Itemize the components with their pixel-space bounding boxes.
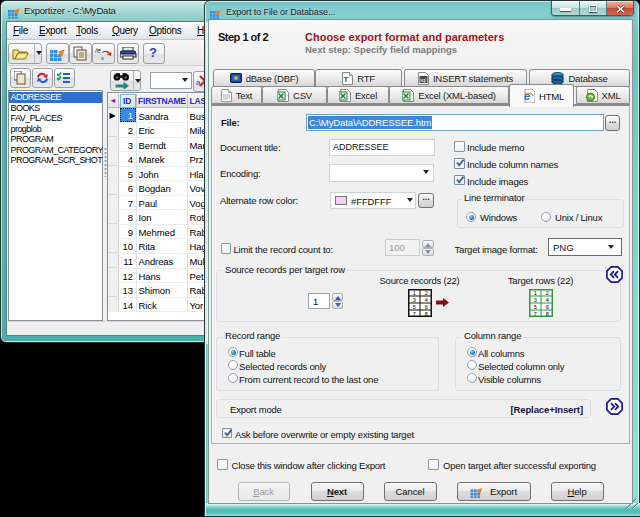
svg-text:x: x — [101, 55, 104, 61]
svg-text:1: 1 — [534, 289, 537, 295]
svg-text:4: 4 — [546, 296, 549, 302]
svg-text:5: 5 — [413, 303, 416, 309]
svg-text:3: 3 — [413, 296, 416, 302]
svg-text:8: 8 — [425, 310, 428, 316]
svg-text:/e: /e — [95, 47, 101, 54]
svg-text:5: 5 — [534, 303, 537, 309]
svg-text:1: 1 — [413, 289, 416, 295]
svg-text:3: 3 — [534, 296, 537, 302]
svg-text:7: 7 — [534, 310, 537, 316]
svg-text:2: 2 — [425, 289, 428, 295]
svg-text:2: 2 — [546, 289, 549, 295]
svg-text:4: 4 — [425, 296, 428, 302]
svg-text:T: T — [344, 75, 349, 84]
svg-text:6: 6 — [425, 303, 428, 309]
svg-text:sql: sql — [420, 76, 426, 82]
svg-text:e: e — [524, 90, 530, 102]
svg-text:7: 7 — [413, 310, 416, 316]
svg-text:8: 8 — [546, 310, 549, 316]
svg-text:6: 6 — [546, 303, 549, 309]
